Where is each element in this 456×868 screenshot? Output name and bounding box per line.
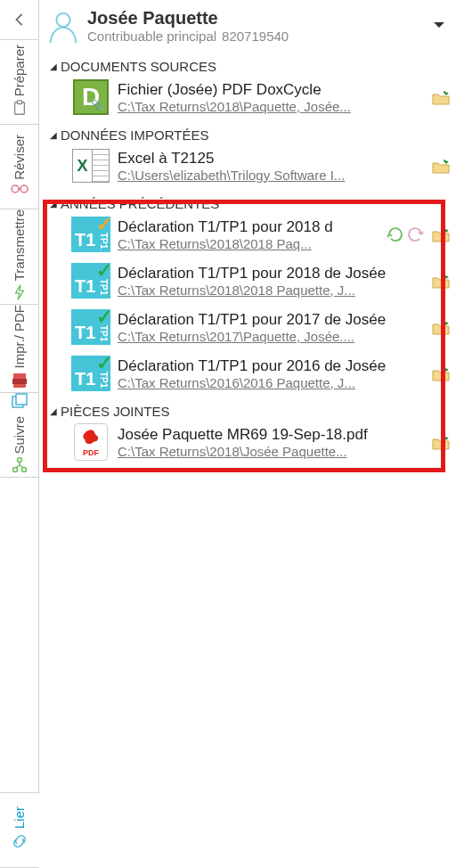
section-documents-sources[interactable]: ◢ DOCUMENTS SOURCES [45,55,456,78]
excel-file-icon: X [71,148,110,184]
pdf-file-icon: PDF [71,424,110,460]
item-attachment-pdf[interactable]: PDF Josée Paquette MR69 19-Sep-18.pdf C:… [45,422,456,469]
tab-label: Impr./ [12,335,27,369]
section-title: ANNÉES PRÉCÉDENTES [61,196,219,211]
tab-label: Préparer [12,45,27,96]
open-folder-button[interactable] [431,156,451,176]
svg-point-3 [20,185,28,192]
tab-label: Transmettre [12,209,27,281]
item-path-link[interactable]: C:\Tax Returns\2018\Paquette, Josée... [118,99,424,114]
contact-id: 820719540 [222,29,289,44]
svg-rect-5 [12,379,27,384]
document-stack-icon [11,393,28,413]
collapse-icon: ◢ [50,130,57,140]
link-icon [11,832,28,854]
item-doxcycle[interactable]: D📎 Fichier (Josée) PDF DoxCycle C:\Tax R… [45,78,456,124]
item-path-link[interactable]: C:\Tax Returns\2017\Paquette, Josée.... [118,329,424,344]
chevron-down-icon [433,20,445,29]
open-folder-button[interactable] [431,317,451,337]
avatar-icon [46,9,80,43]
t1-file-icon: T1TP1✓ [71,217,110,252]
item-prior-year-2018-a[interactable]: T1TP1✓ Déclaration T1/TP1 pour 2018 d C:… [45,215,456,261]
section-title: PIÈCES JOINTES [61,404,170,419]
t1-file-icon: T1TP1✓ [71,356,110,391]
tab-label: Suivre [12,416,27,454]
tab-lier[interactable]: Lier [0,792,38,868]
tab-preparer[interactable]: Préparer [0,39,38,124]
header: Josée Paquette Contribuable principal820… [39,0,456,52]
item-title: Déclaration T1/TP1 pour 2018 de Josée [118,265,424,283]
section-annees-precedentes[interactable]: ◢ ANNÉES PRÉCÉDENTES [45,192,456,215]
back-button[interactable] [0,0,38,39]
t1-file-icon: T1TP1✓ [71,309,110,345]
item-title: Déclaration T1/TP1 pour 2017 de Josée [118,311,424,329]
item-title: Fichier (Josée) PDF DoxCycle [118,81,424,99]
tab-transmettre[interactable]: Transmettre [0,209,38,304]
chevron-left-icon [13,13,26,26]
item-path-link[interactable]: C:\Tax Returns\2018\2018 Paq... [118,236,379,251]
item-prior-year-2017[interactable]: T1TP1✓ Déclaration T1/TP1 pour 2017 de J… [45,307,456,354]
contact-name: Josée Paquette [87,8,426,29]
tab-label: Réviser [12,135,27,180]
item-title: Excel à T2125 [118,150,424,168]
branch-icon [12,457,28,477]
item-path-link[interactable]: C:\Users\elizabeth\Trilogy Software I... [118,168,424,183]
tab-pdf[interactable]: PDF Impr./ [0,304,38,392]
contact-role: Contribuable principal [87,29,216,44]
item-title: Josée Paquette MR69 19-Sep-18.pdf [118,426,424,444]
t1-file-icon: T1TP1✓ [71,263,110,299]
collapse-icon: ◢ [50,406,57,416]
header-dropdown[interactable] [433,20,445,32]
open-folder-button[interactable] [431,87,451,107]
svg-point-2 [12,185,19,192]
sync-forward-icon[interactable] [387,225,404,243]
svg-rect-1 [17,101,21,104]
item-path-link[interactable]: C:\Tax Returns\2018\Josée Paquette... [118,444,424,459]
sidebar: Préparer Réviser Transmettre PDF Impr./ [0,0,39,868]
tab-suivre[interactable]: Suivre [0,392,38,478]
svg-point-8 [17,458,21,463]
svg-point-11 [56,13,69,27]
sync-back-icon[interactable] [406,225,424,243]
item-prior-year-2016[interactable]: T1TP1✓ Déclaration T1/TP1 pour 2016 de J… [45,354,456,400]
content-panel: ◢ DOCUMENTS SOURCES D📎 Fichier (Josée) P… [39,52,456,868]
section-title: DONNÉES IMPORTÉES [61,127,208,143]
item-title: Déclaration T1/TP1 pour 2016 de Josée [118,357,424,375]
lightning-icon [12,284,27,304]
collapse-icon: ◢ [50,199,57,209]
clipboard-icon [12,100,28,119]
section-title: DOCUMENTS SOURCES [61,59,216,74]
glasses-icon [11,183,28,199]
item-path-link[interactable]: C:\Tax Returns\2018\2018 Paquette, J... [118,283,424,298]
item-excel[interactable]: X Excel à T2125 C:\Users\elizabeth\Trilo… [45,146,456,192]
item-title: Déclaration T1/TP1 pour 2018 d [118,218,379,236]
collapse-icon: ◢ [50,61,57,71]
tab-label: PDF [12,305,27,332]
tab-reviser[interactable]: Réviser [0,124,38,209]
item-path-link[interactable]: C:\Tax Returns\2016\2016 Paquette, J... [118,375,424,390]
svg-rect-7 [16,394,27,405]
open-folder-button[interactable] [431,364,451,383]
doxcycle-file-icon: D📎 [71,79,110,115]
open-folder-button[interactable] [431,225,451,244]
item-prior-year-2018-b[interactable]: T1TP1✓ Déclaration T1/TP1 pour 2018 de J… [45,261,456,307]
pdf-icon [12,373,27,392]
contact-subtitle: Contribuable principal820719540 [87,29,426,44]
open-folder-button[interactable] [431,271,451,291]
tab-label: Lier [12,807,27,829]
section-donnees-importees[interactable]: ◢ DONNÉES IMPORTÉES [45,124,456,146]
section-pieces-jointes[interactable]: ◢ PIÈCES JOINTES [45,400,456,422]
open-folder-button[interactable] [431,432,451,452]
